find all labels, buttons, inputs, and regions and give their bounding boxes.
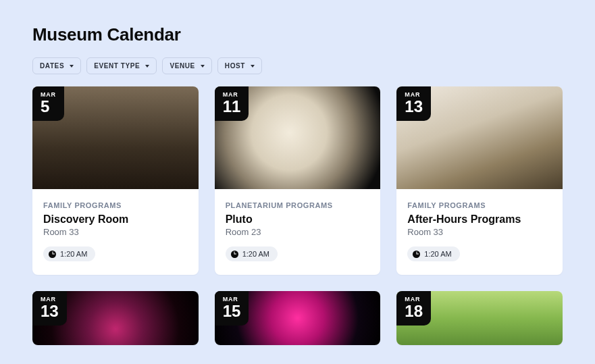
event-room: Room 23 <box>226 227 370 237</box>
event-category: PLANETARIUM PROGRAMS <box>226 201 370 209</box>
event-card[interactable]: MAR 5 FAMILY PROGRAMS Discovery Room Roo… <box>32 86 199 275</box>
date-day: 11 <box>223 99 241 115</box>
filter-label: HOST <box>225 62 245 70</box>
date-badge: MAR 13 <box>396 86 431 121</box>
time-pill: 1:20 AM <box>407 246 459 261</box>
date-badge: MAR 11 <box>215 86 249 121</box>
date-badge: MAR 15 <box>215 291 249 326</box>
date-day: 13 <box>41 303 59 319</box>
chevron-down-icon <box>251 65 255 68</box>
event-time: 1:20 AM <box>424 250 451 258</box>
event-image: MAR 15 <box>215 291 381 345</box>
event-category: FAMILY PROGRAMS <box>407 201 552 209</box>
date-day: 15 <box>223 303 241 319</box>
date-day: 5 <box>41 99 56 115</box>
event-grid: MAR 5 FAMILY PROGRAMS Discovery Room Roo… <box>32 86 563 345</box>
event-card[interactable]: MAR 13 FAMILY PROGRAMS After-Hours Progr… <box>396 86 563 275</box>
clock-icon <box>413 251 420 258</box>
filter-host[interactable]: HOST <box>217 57 262 74</box>
filter-dates[interactable]: DATES <box>32 57 81 74</box>
filter-event-type[interactable]: EVENT TYPE <box>86 57 157 74</box>
time-pill: 1:20 AM <box>226 246 278 261</box>
time-pill: 1:20 AM <box>43 246 95 261</box>
event-body: FAMILY PROGRAMS After-Hours Programs Roo… <box>396 189 563 275</box>
event-body: FAMILY PROGRAMS Discovery Room Room 33 1… <box>32 189 199 275</box>
clock-icon <box>49 251 56 258</box>
filter-bar: DATES EVENT TYPE VENUE HOST <box>32 57 563 74</box>
event-time: 1:20 AM <box>60 250 87 258</box>
event-time: 1:20 AM <box>242 250 269 258</box>
date-badge: MAR 13 <box>32 291 67 326</box>
event-image: MAR 11 <box>215 86 381 189</box>
event-title: After-Hours Programs <box>407 213 552 226</box>
event-card[interactable]: MAR 11 PLANETARIUM PROGRAMS Pluto Room 2… <box>215 86 381 275</box>
date-day: 18 <box>405 303 423 319</box>
calendar-page: Museum Calendar DATES EVENT TYPE VENUE H… <box>0 0 595 364</box>
event-title: Discovery Room <box>43 213 188 226</box>
event-card[interactable]: MAR 15 <box>215 291 381 345</box>
event-card[interactable]: MAR 18 <box>396 291 563 345</box>
clock-icon <box>231 251 238 258</box>
event-title: Pluto <box>226 213 370 226</box>
event-image: MAR 18 <box>396 291 563 345</box>
page-title: Museum Calendar <box>32 24 563 45</box>
chevron-down-icon <box>145 65 149 68</box>
event-body: PLANETARIUM PROGRAMS Pluto Room 23 1:20 … <box>215 189 381 275</box>
event-image: MAR 13 <box>396 86 563 189</box>
event-card[interactable]: MAR 13 <box>32 291 199 345</box>
filter-venue[interactable]: VENUE <box>162 57 211 74</box>
filter-label: EVENT TYPE <box>94 62 140 70</box>
date-badge: MAR 18 <box>396 291 431 326</box>
date-day: 13 <box>405 99 423 115</box>
event-category: FAMILY PROGRAMS <box>43 201 188 209</box>
date-badge: MAR 5 <box>32 86 64 121</box>
event-image: MAR 5 <box>32 86 199 189</box>
event-image: MAR 13 <box>32 291 199 345</box>
chevron-down-icon <box>201 65 205 68</box>
chevron-down-icon <box>70 65 74 68</box>
event-room: Room 33 <box>43 227 188 237</box>
event-room: Room 33 <box>407 227 552 237</box>
filter-label: DATES <box>40 62 64 70</box>
filter-label: VENUE <box>170 62 195 70</box>
